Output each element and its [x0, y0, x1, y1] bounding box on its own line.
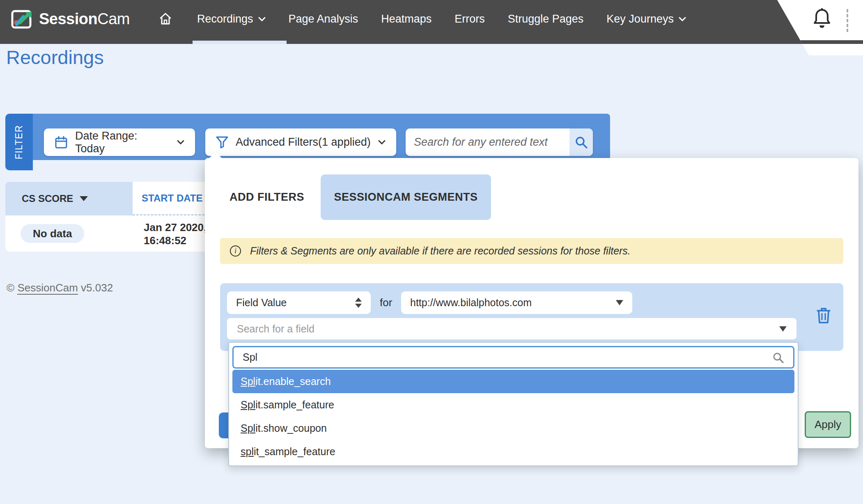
brand-name: SessionCam — [39, 10, 130, 28]
calendar-icon — [55, 136, 68, 149]
site-select[interactable]: http://www.bilalphotos.com — [401, 291, 632, 314]
session-search-box — [406, 128, 593, 156]
brand-logo-group[interactable]: SessionCam — [11, 8, 130, 30]
search-icon — [772, 351, 784, 364]
trash-icon — [816, 307, 831, 324]
select-spinner-icon — [355, 298, 362, 308]
field-search-combobox[interactable]: Search for a field — [227, 318, 796, 339]
sessioncam-logo-icon — [11, 8, 33, 30]
search-icon — [574, 135, 588, 149]
top-navbar: SessionCam Recordings Page Analysis Heat… — [0, 0, 863, 44]
filter-side-tab[interactable]: FILTER — [5, 114, 33, 170]
active-nav-tab-indicator — [193, 41, 287, 44]
start-date-value: Jan 27 2020, 16:48:52 — [144, 221, 207, 247]
tab-add-filters[interactable]: ADD FILTERS — [230, 191, 304, 204]
apply-button[interactable]: Apply — [805, 411, 851, 438]
cs-score-badge: No data — [21, 224, 84, 243]
select-arrow-icon — [616, 300, 623, 305]
field-search-placeholder: Search for a field — [237, 323, 779, 335]
column-header-cs-score[interactable]: CS SCORE — [5, 182, 133, 215]
combobox-arrow-icon — [779, 326, 787, 332]
search-button[interactable] — [569, 128, 593, 156]
field-autocomplete-dropdown: Split.enable_search Split.sample_feature… — [228, 342, 799, 466]
page-title: Recordings — [6, 46, 104, 69]
chevron-down-icon — [679, 17, 686, 21]
advanced-filters-panel: ADD FILTERS SESSIONCAM SEGMENTS i Filter… — [205, 158, 858, 448]
option-split-show-coupon[interactable]: Split.show_coupon — [232, 417, 794, 440]
nav-item-page-analysis[interactable]: Page Analysis — [289, 13, 358, 25]
modal-tabs: ADD FILTERS SESSIONCAM SEGMENTS — [230, 174, 491, 220]
home-button[interactable] — [158, 12, 172, 26]
date-range-button[interactable]: Date Range: Today — [44, 128, 195, 156]
bell-icon — [813, 7, 831, 30]
obscured-blue-button[interactable] — [219, 412, 229, 438]
field-query-input[interactable] — [243, 351, 772, 363]
notice-text: Filters & Segments are only available if… — [250, 245, 631, 257]
chevron-down-icon — [378, 140, 386, 144]
field-query-box — [232, 346, 794, 369]
field-type-select[interactable]: Field Value — [227, 291, 371, 314]
navbar-corner-panel — [777, 0, 863, 55]
nav-item-heatmaps[interactable]: Heatmaps — [381, 13, 432, 25]
notice-banner: i Filters & Segments are only available … — [220, 238, 843, 264]
sort-caret-icon — [80, 196, 88, 201]
nav-item-key-journeys[interactable]: Key Journeys — [606, 13, 686, 25]
footer-sessioncam-link[interactable]: SessionCam — [17, 282, 78, 295]
advanced-filters-button[interactable]: Advanced Filters(1 applied) — [205, 128, 396, 156]
funnel-icon — [216, 136, 228, 149]
chevron-down-icon — [258, 17, 266, 21]
navbar-edge — [777, 40, 863, 44]
info-icon: i — [230, 245, 241, 257]
nav-item-errors[interactable]: Errors — [454, 13, 485, 25]
footer: © SessionCam v5.032 — [7, 282, 113, 294]
filter-condition-row: Field Value for http://www.bilalphotos.c… — [220, 283, 843, 351]
tab-sessioncam-segments[interactable]: SESSIONCAM SEGMENTS — [321, 174, 491, 220]
notifications-button[interactable] — [813, 7, 831, 30]
autocomplete-options: Split.enable_search Split.sample_feature… — [232, 370, 794, 463]
filter-bar: Date Range: Today Advanced Filters(1 app… — [33, 114, 610, 160]
home-icon — [158, 12, 172, 26]
chevron-down-icon — [177, 140, 184, 144]
option-split-sample-feature-lower[interactable]: split_sample_feature — [232, 440, 794, 463]
option-split-enable-search[interactable]: Split.enable_search — [232, 370, 794, 393]
drag-handle-icon[interactable] — [847, 9, 848, 32]
option-split-sample-feature[interactable]: Split.sample_feature — [232, 393, 794, 417]
for-label: for — [380, 291, 392, 314]
delete-filter-button[interactable] — [816, 307, 831, 324]
nav-item-struggle-pages[interactable]: Struggle Pages — [508, 13, 584, 25]
sessioncam-app: SessionCam Recordings Page Analysis Heat… — [0, 0, 863, 504]
session-search-input[interactable] — [406, 128, 569, 156]
nav-item-recordings[interactable]: Recordings — [197, 13, 266, 25]
